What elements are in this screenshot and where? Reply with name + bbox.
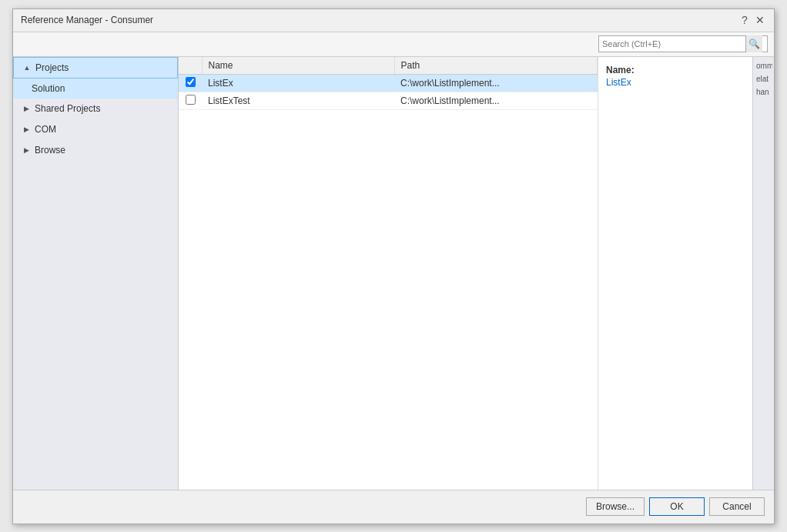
- shared-projects-arrow-icon: ▶: [21, 103, 32, 114]
- right-edge-text-2: elat: [755, 73, 772, 85]
- sidebar-item-shared-projects[interactable]: ▶ Shared Projects: [13, 99, 178, 119]
- right-edge-text-1: omm: [755, 60, 772, 72]
- row1-path: C:\work\ListImplement...: [394, 74, 598, 92]
- window-title: Reference Manager - Consumer: [21, 15, 153, 25]
- row2-name: ListExTest: [202, 92, 394, 109]
- title-bar-controls: ? ✕: [738, 14, 766, 26]
- detail-name-label: Name:: [606, 65, 745, 75]
- row1-name: ListEx: [202, 74, 394, 92]
- projects-arrow-icon: ▲: [22, 62, 32, 73]
- main-content: ▲ Projects Solution ▶ Shared Projects ▶ …: [13, 57, 774, 490]
- right-edge-panel: omm elat han: [752, 57, 774, 490]
- search-box: 🔍: [598, 35, 768, 52]
- com-arrow-icon: ▶: [21, 124, 32, 135]
- sidebar-com-label: COM: [35, 124, 56, 135]
- dialog-window: Reference Manager - Consumer ? ✕ 🔍 ▲ Pro…: [12, 8, 775, 524]
- detail-name-value: ListEx: [606, 77, 745, 88]
- sidebar-item-com[interactable]: ▶ COM: [13, 119, 178, 140]
- table-row: ListExTest C:\work\ListImplement...: [179, 92, 598, 109]
- content-area: Name Path ListEx C:\work\Lis: [179, 57, 774, 490]
- search-area: 🔍: [13, 32, 774, 57]
- right-edge-text-3: han: [755, 86, 772, 98]
- reference-list: Name Path ListEx C:\work\Lis: [179, 57, 598, 490]
- row1-checkbox[interactable]: [186, 77, 196, 87]
- sidebar: ▲ Projects Solution ▶ Shared Projects ▶ …: [13, 57, 179, 490]
- row2-path: C:\work\ListImplement...: [394, 92, 598, 109]
- footer: Browse... OK Cancel: [13, 490, 774, 524]
- sidebar-item-solution[interactable]: Solution: [13, 79, 178, 99]
- sidebar-shared-label: Shared Projects: [35, 103, 100, 114]
- sidebar-item-projects[interactable]: ▲ Projects: [13, 57, 178, 79]
- reference-table: Name Path ListEx C:\work\Lis: [179, 57, 598, 110]
- row1-checkbox-cell: [179, 74, 202, 92]
- title-bar: Reference Manager - Consumer ? ✕: [13, 9, 774, 32]
- col-header-name: Name: [202, 57, 394, 75]
- col-header-path: Path: [394, 57, 598, 75]
- reference-panel: Name Path ListEx C:\work\Lis: [179, 57, 774, 490]
- table-row: ListEx C:\work\ListImplement...: [179, 74, 598, 92]
- browse-arrow-icon: ▶: [21, 145, 32, 156]
- sidebar-projects-label: Projects: [35, 62, 69, 73]
- sidebar-item-browse[interactable]: ▶ Browse: [13, 140, 178, 161]
- row2-checkbox-cell: [179, 92, 202, 109]
- close-button[interactable]: ✕: [754, 14, 766, 26]
- cancel-button[interactable]: Cancel: [709, 497, 765, 516]
- search-button[interactable]: 🔍: [745, 35, 762, 52]
- row2-checkbox[interactable]: [186, 95, 196, 105]
- ok-button[interactable]: OK: [649, 497, 705, 516]
- help-button[interactable]: ?: [738, 14, 751, 26]
- search-input[interactable]: [599, 38, 745, 50]
- browse-button[interactable]: Browse...: [586, 497, 645, 516]
- sidebar-solution-label: Solution: [32, 83, 65, 94]
- col-header-checkbox: [179, 57, 202, 75]
- detail-panel: Name: ListEx: [598, 57, 752, 490]
- sidebar-browse-label: Browse: [35, 145, 65, 156]
